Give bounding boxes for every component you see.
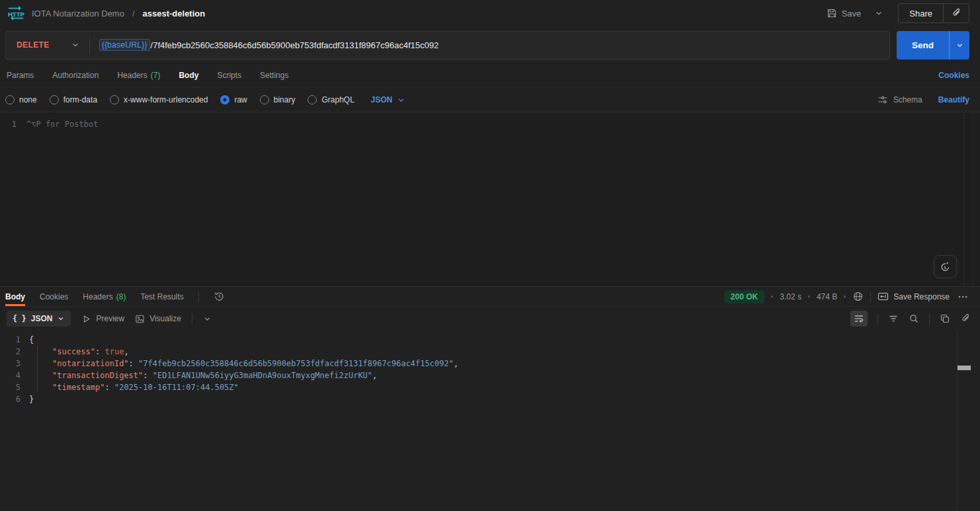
chevron-down-icon [71,40,80,50]
send-button[interactable]: Send [897,31,949,59]
tab-headers[interactable]: Headers(7) [117,71,160,80]
more-options-icon[interactable] [956,292,969,302]
response-toolbar: { } JSON Preview Visualize [0,307,980,331]
response-scrollbar-thumb[interactable] [958,366,971,370]
http-request-icon: HTTP [7,6,25,20]
send-options-button[interactable] [949,31,969,59]
breadcrumb-request-name: assest-deletion [143,9,206,19]
editor-line-number: 1 [0,120,26,129]
request-body-editor[interactable]: 1 ^⌥P for Postbot [0,112,980,286]
response-body-viewer[interactable]: 1{2"success": true,3"notarizationId": "7… [0,331,980,511]
wrap-text-icon [854,313,864,324]
response-size: 474 B [817,292,837,301]
divider [878,313,878,324]
response-tab-test-results[interactable]: Test Results [140,287,183,306]
code-line: 5"timestamp": "2025-10-16T11:07:44.505Z" [0,381,980,393]
schema-button[interactable]: Schema [878,95,922,105]
response-time: 3.02 s [780,292,801,301]
visualize-button[interactable]: Visualize [135,314,181,324]
response-tab-cookies[interactable]: Cookies [40,287,68,306]
save-response-button[interactable]: Save Response [878,292,950,301]
response-toolbar-right [850,311,971,327]
radio-icon [110,95,119,104]
preview-button[interactable]: Preview [81,314,124,324]
radio-icon [307,95,317,104]
divider [198,292,199,302]
save-options-button[interactable] [872,5,886,22]
code-line: 1{ [0,334,980,346]
url-path[interactable]: /7f4feb9cb2560c358846c6d56b5900eb753fdfa… [151,40,439,50]
copy-icon[interactable] [940,313,950,324]
breadcrumb-collection[interactable]: IOTA Notarization Demo [32,9,124,19]
raw-language-dropdown[interactable]: JSON [371,95,405,104]
radio-binary[interactable]: binary [260,95,296,104]
cookies-link[interactable]: Cookies [938,71,969,80]
radio-selected-icon [220,95,229,104]
method-label: DELETE [17,40,50,50]
braces-icon: { } [13,314,26,323]
send-button-group: Send [897,31,969,59]
radio-icon [260,95,269,104]
send-label: Send [912,40,934,50]
response-tab-headers[interactable]: Headers(8) [83,287,126,306]
code-line: 6} [0,393,980,405]
radio-x-www-form-urlencoded[interactable]: x-www-form-urlencoded [110,95,208,104]
response-history-icon[interactable] [214,291,225,302]
editor-scrollbar-track [963,112,964,286]
body-mode-row: none form-data x-www-form-urlencoded raw… [0,88,980,112]
share-label: Share [909,9,932,19]
beautify-button[interactable]: Beautify [938,95,969,104]
radio-raw[interactable]: raw [220,95,247,104]
chevron-down-icon [57,315,65,323]
response-tab-body[interactable]: Body [5,287,25,306]
wrap-text-button[interactable] [850,311,868,327]
search-icon[interactable] [909,313,919,324]
chevron-down-icon [397,96,405,104]
filter-icon[interactable] [888,313,899,324]
postbot-icon [939,260,952,273]
response-format-dropdown[interactable]: { } JSON [7,311,71,327]
topbar-actions: Save Share [821,3,969,23]
svg-text:HTTP: HTTP [8,11,24,18]
tab-body[interactable]: Body [179,71,198,80]
request-url-row: DELETE {{baseURL}} /7f4feb9cb2560c358846… [0,26,980,63]
url-input-container: DELETE {{baseURL}} /7f4feb9cb2560c358846… [5,31,890,59]
response-headers-count: (8) [116,292,126,301]
response-code-lines: 1{2"success": true,3"notarizationId": "7… [0,334,980,405]
postbot-button[interactable] [934,255,957,278]
format-options-chevron[interactable] [203,315,212,323]
save-icon [827,8,837,19]
base-url-variable[interactable]: {{baseURL}} [99,39,150,51]
url-input[interactable]: {{baseURL}} /7f4feb9cb2560c358846c6d56b5… [99,39,439,51]
share-button[interactable]: Share [899,4,943,22]
link-icon [951,8,961,19]
top-bar: HTTP IOTA Notarization Demo / assest-del… [0,0,980,26]
play-icon [81,314,91,324]
code-line: 3"notarizationId": "7f4feb9cb2560c358846… [0,358,980,370]
divider [89,36,90,54]
dot-separator [844,295,846,297]
divider [870,292,871,302]
radio-none[interactable]: none [5,95,37,104]
tab-authorization[interactable]: Authorization [52,71,99,80]
divider [192,313,192,324]
image-icon [135,314,145,324]
request-tabs: Params Authorization Headers(7) Body Scr… [0,63,980,88]
save-button[interactable]: Save [821,4,867,22]
radio-icon [50,95,59,104]
copy-link-button[interactable] [943,4,969,22]
network-info-icon[interactable] [852,291,864,302]
sliders-icon [878,95,888,105]
radio-graphql[interactable]: GraphQL [307,95,354,104]
tab-scripts[interactable]: Scripts [217,71,241,80]
tab-params[interactable]: Params [7,71,34,80]
response-scrollbar-track [957,331,958,511]
method-selector[interactable]: DELETE [6,40,89,50]
editor-minimap-border [973,112,973,286]
copy-link-icon[interactable] [960,313,971,324]
response-panel: Body Cookies Headers(8) Test Results 200… [0,286,980,511]
tab-settings[interactable]: Settings [260,71,288,80]
code-line: 4"transactionDigest": "ED1LFAN1UNw56iyyG… [0,370,980,381]
radio-form-data[interactable]: form-data [50,95,97,104]
editor-line: 1 ^⌥P for Postbot [0,118,980,130]
